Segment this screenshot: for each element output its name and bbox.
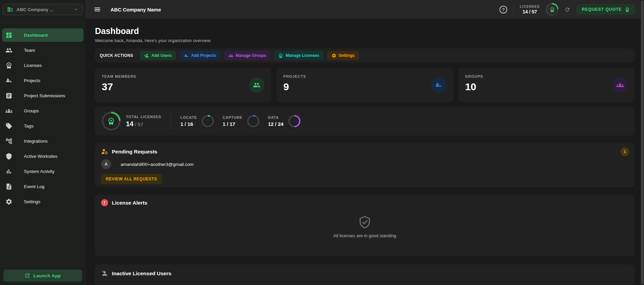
award-icon (278, 53, 283, 58)
person-clock-icon (101, 148, 108, 155)
stat-value: 10 (465, 81, 628, 93)
projects-card: PROJECTS 9 (277, 68, 453, 102)
sidebar-item-licenses[interactable]: Licenses (2, 59, 84, 72)
help-icon[interactable]: ? (500, 6, 507, 13)
page-subtitle: Welcome back, Amanda. Here's your organi… (95, 38, 635, 43)
manage-groups-label: Manage Groups (236, 53, 266, 58)
launch-app-button[interactable]: Launch App (3, 270, 82, 282)
excavator-icon (431, 77, 446, 93)
top-bar-actions: ? LICENSES 14 / 57 REQUEST QUOTE (500, 3, 635, 16)
building-icon (7, 6, 13, 12)
document-icon (5, 92, 12, 99)
dashboard-grid-icon (5, 32, 12, 39)
stat-label: PROJECTS (283, 74, 446, 78)
sidebar-item-system-activity[interactable]: System Activity (2, 165, 84, 178)
sidebar-item-tags[interactable]: Tags (2, 119, 84, 133)
license-usage-bar: TOTAL LICENSES 14/ 57 LOCATE 1 / 16 CAP (95, 107, 635, 136)
stat-value: 9 (283, 81, 446, 93)
alert-glyph: ! (104, 200, 105, 205)
hamburger-menu-icon[interactable] (94, 6, 101, 13)
data-value: 12 / 24 (268, 121, 284, 127)
sidebar-item-label: Integrations (24, 139, 48, 144)
licenses-value: 14 / 57 (520, 9, 540, 14)
pending-requests-title: Pending Requests (112, 149, 157, 155)
people-icon (5, 47, 12, 54)
sidebar-item-groups[interactable]: Groups (2, 104, 84, 117)
manage-licenses-button[interactable]: Manage Licenses (274, 51, 323, 60)
refresh-icon[interactable] (565, 7, 570, 12)
divider (171, 113, 171, 130)
add-users-button[interactable]: Add Users (140, 51, 175, 60)
shield-icon (5, 153, 12, 160)
file-icon (5, 183, 12, 190)
manage-licenses-label: Manage Licenses (286, 53, 319, 58)
total-licenses-label: TOTAL LICENSES (126, 115, 161, 119)
groups-card: GROUPS 10 (458, 68, 635, 102)
capture-progress-ring (247, 115, 259, 127)
person-add-icon (144, 53, 149, 58)
sidebar-item-label: Team (24, 48, 35, 53)
sidebar-item-label: Groups (24, 108, 39, 113)
app-window: ABC Company ... Dashboard Team Licenses … (0, 0, 644, 285)
award-icon (5, 62, 12, 69)
header-license-counter: LICENSES 14 / 57 (520, 4, 540, 14)
bar-chart-icon (5, 168, 12, 175)
page-title: Dashboard (95, 26, 635, 36)
inactive-users-title: Inactive Licensed Users (112, 271, 171, 277)
stat-label: GROUPS (465, 74, 628, 78)
scrollbar-thumb[interactable] (641, 1, 644, 284)
gear-icon (331, 53, 336, 58)
sidebar-item-label: Settings (24, 199, 40, 204)
sidebar-item-label: Projects (24, 78, 40, 83)
total-licenses-used: 14 (126, 120, 133, 128)
divider (513, 3, 514, 15)
sidebar-item-label: System Activity (24, 169, 55, 174)
license-alerts-message: All licenses are in good standing (333, 233, 396, 238)
add-projects-label: Add Projects (191, 53, 216, 58)
groups-icon (612, 77, 628, 93)
sidebar-item-event-log[interactable]: Event Log (2, 180, 84, 193)
sidebar-item-team[interactable]: Team (2, 43, 84, 57)
gear-icon (5, 198, 12, 205)
sidebar-item-label: Project Submissions (24, 93, 65, 98)
add-projects-button[interactable]: Add Projects (180, 51, 220, 60)
pending-request-email: amandahill00+another3@gmail.com (121, 162, 194, 167)
stat-label: TEAM MEMBERS (102, 74, 264, 78)
help-glyph: ? (502, 7, 505, 12)
capture-value: 1 / 17 (223, 121, 243, 127)
sidebar-item-project-submissions[interactable]: Project Submissions (2, 89, 84, 102)
excavator-icon (5, 77, 12, 84)
license-alerts-empty-state: All licenses are in good standing (101, 215, 629, 238)
settings-button[interactable]: Settings (327, 51, 359, 60)
license-alerts-card: ! License Alerts All licenses are in goo… (95, 194, 635, 256)
sidebar-item-dashboard[interactable]: Dashboard (2, 28, 84, 42)
pending-count-badge: 1 (620, 147, 629, 156)
pending-requests-card: Pending Requests 1 A amandahill00+anothe… (95, 143, 635, 187)
pending-request-row: A amandahill00+another3@gmail.com (101, 159, 629, 169)
locate-progress-ring (202, 115, 214, 127)
tag-icon (5, 122, 12, 130)
sidebar-item-label: Dashboard (24, 33, 48, 38)
main-content: Dashboard Welcome back, Amanda. Here's y… (86, 19, 644, 285)
license-alerts-title: License Alerts (112, 200, 147, 206)
manage-groups-button[interactable]: Manage Groups (224, 51, 270, 60)
sidebar-item-label: Event Log (24, 184, 44, 189)
stats-row: TEAM MEMBERS 37 PROJECTS 9 GROUPS 10 (95, 68, 635, 102)
company-selector-label: ABC Company ... (17, 7, 74, 12)
data-licenses-segment: DATA 12 / 24 (268, 115, 300, 127)
sidebar-item-projects[interactable]: Projects (2, 74, 84, 87)
sidebar-item-label: Active Worksites (24, 154, 58, 159)
sidebar-item-label: Tags (24, 123, 34, 129)
company-selector[interactable]: ABC Company ... (3, 4, 83, 15)
alert-icon: ! (101, 199, 108, 206)
sidebar-item-active-worksites[interactable]: Active Worksites (2, 149, 84, 163)
review-all-requests-button[interactable]: REVIEW ALL REQUESTS (101, 174, 162, 184)
locate-label: LOCATE (181, 115, 197, 119)
sidebar-item-settings[interactable]: Settings (2, 195, 84, 208)
shield-check-icon (357, 215, 372, 230)
settings-label: Settings (339, 53, 355, 58)
request-quote-button[interactable]: REQUEST QUOTE (576, 4, 635, 15)
sidebar-item-integrations[interactable]: Integrations (2, 134, 84, 148)
total-licenses-max: / 57 (135, 121, 143, 127)
data-progress-ring (288, 115, 300, 127)
